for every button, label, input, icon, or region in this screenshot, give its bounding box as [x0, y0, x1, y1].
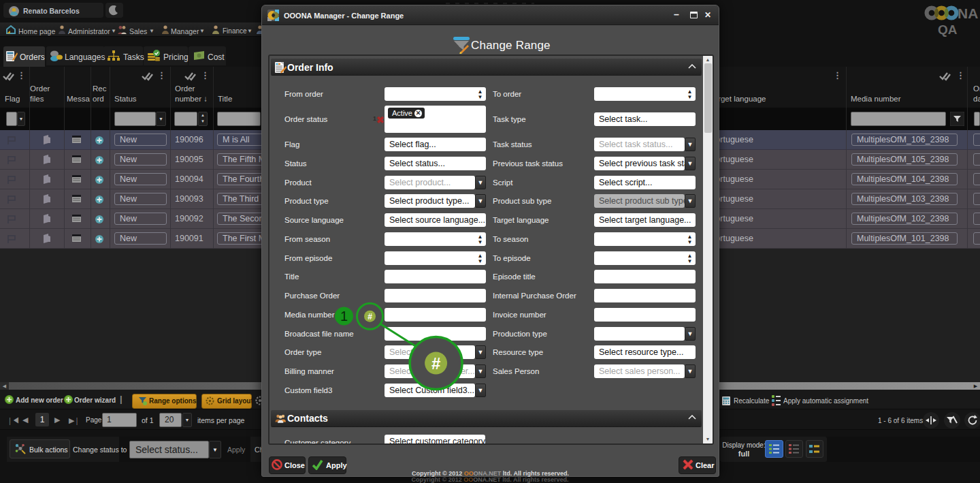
svg-text:#: # [368, 312, 372, 322]
svg-text:1: 1 [340, 309, 348, 324]
svg-text:#: # [431, 354, 440, 373]
